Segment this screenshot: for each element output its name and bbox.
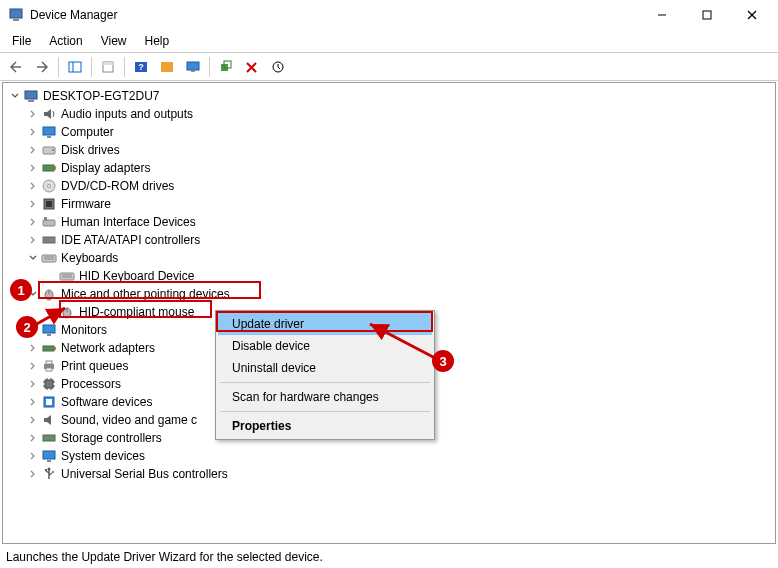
node-label: Display adapters xyxy=(61,159,150,177)
close-button[interactable] xyxy=(729,0,774,30)
chevron-right-icon[interactable] xyxy=(27,432,39,444)
storage-icon xyxy=(41,430,57,446)
mouse-icon xyxy=(41,286,57,302)
properties-button[interactable] xyxy=(96,56,120,78)
computer-icon xyxy=(23,88,39,104)
node-label: Computer xyxy=(61,123,114,141)
chevron-right-icon[interactable] xyxy=(27,216,39,228)
monitor-icon xyxy=(41,322,57,338)
tree-category-system[interactable]: System devices xyxy=(9,447,775,465)
node-label: Keyboards xyxy=(61,249,118,267)
menubar: File Action View Help xyxy=(0,30,778,53)
tree-device-hid-keyboard[interactable]: HID Keyboard Device xyxy=(9,267,775,285)
system-icon xyxy=(41,448,57,464)
forward-button[interactable] xyxy=(30,56,54,78)
tree-category-firmware[interactable]: Firmware xyxy=(9,195,775,213)
tree-category-hid[interactable]: Human Interface Devices xyxy=(9,213,775,231)
ctx-separator xyxy=(220,382,430,383)
svg-rect-53 xyxy=(54,347,56,350)
svg-rect-6 xyxy=(69,62,81,72)
tree-category-display[interactable]: Display adapters xyxy=(9,159,775,177)
svg-rect-0 xyxy=(10,9,22,18)
cpu-icon xyxy=(41,376,57,392)
chevron-down-icon[interactable] xyxy=(9,90,21,102)
uninstall-button[interactable] xyxy=(240,56,264,78)
chevron-right-icon[interactable] xyxy=(27,450,39,462)
svg-rect-56 xyxy=(46,368,52,371)
tree-category-computer[interactable]: Computer xyxy=(9,123,775,141)
maximize-button[interactable] xyxy=(684,0,729,30)
chevron-right-icon[interactable] xyxy=(27,234,39,246)
svg-rect-55 xyxy=(46,361,52,364)
node-label: IDE ATA/ATAPI controllers xyxy=(61,231,200,249)
scan-hardware-button[interactable] xyxy=(214,56,238,78)
svg-text:?: ? xyxy=(138,62,144,72)
chevron-right-icon[interactable] xyxy=(27,162,39,174)
ctx-disable-device[interactable]: Disable device xyxy=(218,335,432,357)
svg-rect-69 xyxy=(43,451,55,459)
minimize-button[interactable] xyxy=(639,0,684,30)
action-button[interactable] xyxy=(155,56,179,78)
node-label: DVD/CD-ROM drives xyxy=(61,177,174,195)
node-label: Firmware xyxy=(61,195,111,213)
tree-category-keyboards[interactable]: Keyboards xyxy=(9,249,775,267)
chevron-right-icon[interactable] xyxy=(27,108,39,120)
statusbar-text: Launches the Update Driver Wizard for th… xyxy=(6,550,323,564)
show-hide-tree-button[interactable] xyxy=(63,56,87,78)
svg-rect-31 xyxy=(46,201,52,207)
chevron-down-icon[interactable] xyxy=(27,288,39,300)
update-driver-button[interactable] xyxy=(266,56,290,78)
separator xyxy=(124,57,125,77)
tree-root[interactable]: DESKTOP-EGT2DU7 xyxy=(9,87,775,105)
firmware-icon xyxy=(41,196,57,212)
svg-rect-70 xyxy=(47,460,51,462)
chevron-right-icon[interactable] xyxy=(27,378,39,390)
menu-help[interactable]: Help xyxy=(137,32,178,50)
chevron-right-icon[interactable] xyxy=(27,396,39,408)
node-label: System devices xyxy=(61,447,145,465)
menu-view[interactable]: View xyxy=(93,32,135,50)
separator xyxy=(209,57,210,77)
tree-category-usb[interactable]: Universal Serial Bus controllers xyxy=(9,465,775,483)
back-button[interactable] xyxy=(4,56,28,78)
chevron-right-icon[interactable] xyxy=(27,324,39,336)
tree-category-audio[interactable]: Audio inputs and outputs xyxy=(9,105,775,123)
chevron-right-icon[interactable] xyxy=(27,180,39,192)
tree-category-ide[interactable]: IDE ATA/ATAPI controllers xyxy=(9,231,775,249)
svg-rect-3 xyxy=(703,11,711,19)
node-label: DESKTOP-EGT2DU7 xyxy=(43,87,159,105)
chevron-right-icon[interactable] xyxy=(27,468,39,480)
menu-action[interactable]: Action xyxy=(41,32,90,50)
display-button[interactable] xyxy=(181,56,205,78)
keyboard-icon xyxy=(59,268,75,284)
ctx-uninstall-device[interactable]: Uninstall device xyxy=(218,357,432,379)
node-label: Network adapters xyxy=(61,339,155,357)
node-label: HID-compliant mouse xyxy=(79,303,194,321)
ctx-update-driver[interactable]: Update driver xyxy=(218,313,432,335)
chevron-right-icon[interactable] xyxy=(27,360,39,372)
tree-category-mice[interactable]: Mice and other pointing devices xyxy=(9,285,775,303)
tree-category-dvd[interactable]: DVD/CD-ROM drives xyxy=(9,177,775,195)
menu-file[interactable]: File xyxy=(4,32,39,50)
svg-rect-1 xyxy=(13,19,19,21)
chevron-right-icon[interactable] xyxy=(27,198,39,210)
chevron-right-icon[interactable] xyxy=(27,342,39,354)
separator xyxy=(91,57,92,77)
ctx-scan-hardware[interactable]: Scan for hardware changes xyxy=(218,386,432,408)
node-label: Disk drives xyxy=(61,141,120,159)
svg-rect-50 xyxy=(43,325,55,333)
tree-category-disk[interactable]: Disk drives xyxy=(9,141,775,159)
chevron-down-icon[interactable] xyxy=(27,252,39,264)
svg-rect-27 xyxy=(54,166,56,170)
svg-point-29 xyxy=(48,185,51,188)
help-button[interactable]: ? xyxy=(129,56,153,78)
svg-rect-21 xyxy=(28,100,34,102)
chevron-right-icon[interactable] xyxy=(27,126,39,138)
hid-icon xyxy=(41,214,57,230)
node-label: Monitors xyxy=(61,321,107,339)
chevron-right-icon[interactable] xyxy=(27,414,39,426)
ctx-properties[interactable]: Properties xyxy=(218,415,432,437)
node-label: Processors xyxy=(61,375,121,393)
chevron-right-icon[interactable] xyxy=(27,144,39,156)
svg-rect-73 xyxy=(45,469,47,471)
